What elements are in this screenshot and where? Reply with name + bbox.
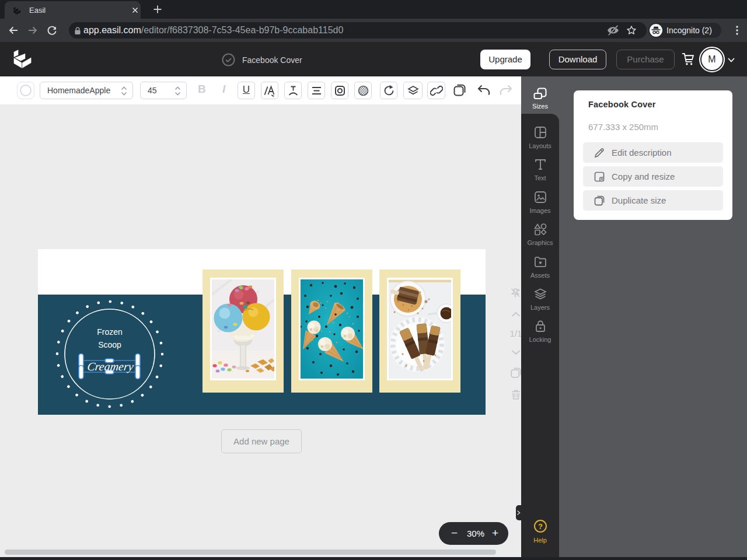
svg-text:Scoop: Scoop — [98, 340, 121, 349]
svg-text:Creamery: Creamery — [86, 360, 134, 373]
svg-text:?: ? — [538, 522, 543, 531]
svg-text:Frozen: Frozen — [97, 327, 123, 337]
